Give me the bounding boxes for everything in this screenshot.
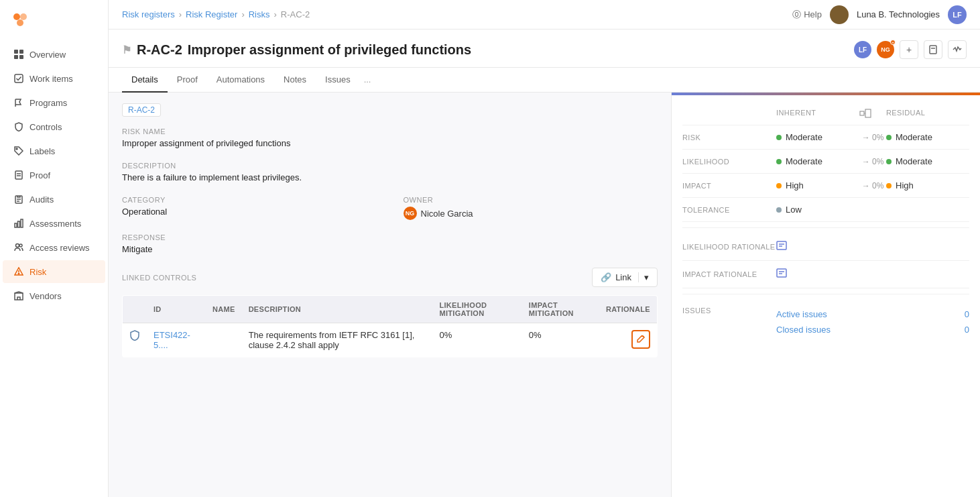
impact-rationale-edit[interactable] <box>776 268 969 281</box>
linked-controls-header: LINKED CONTROLS 🔗 Link ▾ <box>122 268 658 287</box>
active-issues-link[interactable]: Active issues <box>776 309 827 319</box>
svg-rect-23 <box>15 293 23 300</box>
sidebar-item-access-reviews[interactable]: Access reviews <box>3 236 105 259</box>
row-ctrl-icon <box>129 333 140 343</box>
activity-button[interactable] <box>948 40 967 59</box>
sidebar-item-risk[interactable]: Risk <box>3 260 105 283</box>
help-label: Help <box>804 9 822 19</box>
svg-rect-10 <box>15 171 22 179</box>
user-name: Luna B. Technologies <box>857 9 940 19</box>
category-value: Operational <box>122 207 377 217</box>
tab-issues[interactable]: Issues <box>316 68 360 93</box>
sidebar-item-overview[interactable]: Overview <box>3 43 105 66</box>
sidebar-label-audits: Audits <box>29 195 54 205</box>
breadcrumb-risks[interactable]: Risks <box>249 9 270 19</box>
user-name-display: Luna B. Technologies <box>857 9 940 19</box>
svg-rect-32 <box>777 241 786 250</box>
tab-notes[interactable]: Notes <box>274 68 316 93</box>
sidebar-label-assessments: Assessments <box>29 219 81 229</box>
sidebar-item-controls[interactable]: Controls <box>3 115 105 138</box>
sidebar-label-access-reviews: Access reviews <box>29 243 90 253</box>
issues-list: Active issues 0 Closed issues 0 <box>776 307 969 337</box>
svg-rect-30 <box>865 109 871 117</box>
col-description: DESCRIPTION <box>242 296 433 323</box>
risk-label-tolerance: TOLERANCE <box>682 206 776 214</box>
breadcrumb-risk-register[interactable]: Risk Register <box>186 9 237 19</box>
risk-col-blank <box>682 109 776 119</box>
table-row: ETSI422-5.... The requirements from IETF… <box>123 323 658 357</box>
risk-row-tolerance: TOLERANCE Low <box>682 198 969 222</box>
col-icon <box>123 296 147 323</box>
owner-name: Nicole Garcia <box>421 209 473 219</box>
row-likelihood-cell: 0% <box>432 323 522 357</box>
description-field: DESCRIPTION There is a failure to implem… <box>122 162 658 182</box>
link-btn-arrow: ▾ <box>638 272 649 282</box>
risk-inherent-dot-impact <box>776 183 782 188</box>
sidebar-label-vendors: Vendors <box>29 291 62 301</box>
help-button[interactable]: ⓪ Help <box>792 9 822 21</box>
active-issues-count: 0 <box>965 309 969 319</box>
tab-details[interactable]: Details <box>122 68 168 93</box>
svg-rect-3 <box>14 50 18 54</box>
sidebar-item-vendors[interactable]: Vendors <box>3 284 105 307</box>
risk-residual-dot-likelihood <box>886 159 892 164</box>
sidebar-label-labels: Labels <box>29 146 55 156</box>
svg-rect-6 <box>19 55 23 59</box>
bookmark-button[interactable] <box>924 40 942 59</box>
page-title-text: Improper assignment of privileged functi… <box>188 42 471 58</box>
tab-proof[interactable]: Proof <box>168 68 207 93</box>
tab-automations[interactable]: Automations <box>207 68 274 93</box>
owner-value: NG Nicole Garcia <box>404 207 658 220</box>
svg-rect-4 <box>19 50 23 54</box>
sidebar-item-labels[interactable]: Labels <box>3 140 105 162</box>
description-value: There is a failure to implement least pr… <box>122 172 658 182</box>
risk-inherent-dot-risk <box>776 135 782 140</box>
table-header-row: ID NAME DESCRIPTION LIKELIHOOD MITIGATIO… <box>123 296 658 323</box>
tab-more[interactable]: ... <box>360 68 375 93</box>
linked-controls-label: LINKED CONTROLS <box>122 274 196 282</box>
risk-inherent-val-likelihood: Moderate <box>786 156 822 166</box>
grid-icon <box>13 49 24 60</box>
risk-inherent-risk: Moderate <box>776 132 859 142</box>
control-id-link[interactable]: ETSI422-5.... <box>154 330 190 350</box>
sidebar-item-work-items[interactable]: Work items <box>3 67 105 90</box>
row-name-cell <box>206 323 242 357</box>
col-impact: IMPACT MITIGATION <box>522 296 599 323</box>
sidebar-item-proof[interactable]: Proof <box>3 164 105 186</box>
linked-controls-section: LINKED CONTROLS 🔗 Link ▾ ID NAME DESCRIP… <box>122 268 658 357</box>
sidebar-item-assessments[interactable]: Assessments <box>3 212 105 235</box>
topnav-right: ⓪ Help Luna B. Technologies LF <box>792 5 967 24</box>
tag-icon <box>13 146 24 156</box>
body-content: R-AC-2 RISK NAME Improper assignment of … <box>109 93 980 497</box>
svg-point-1 <box>20 13 27 20</box>
app-logo[interactable] <box>0 5 108 42</box>
link-button[interactable]: 🔗 Link ▾ <box>592 268 658 287</box>
controls-table: ID NAME DESCRIPTION LIKELIHOOD MITIGATIO… <box>122 295 658 357</box>
add-avatar-button[interactable]: + <box>900 40 918 59</box>
file-icon <box>13 170 24 180</box>
svg-rect-35 <box>777 269 786 277</box>
risk-tolerance-dot <box>776 207 782 213</box>
page-header: ⚑ R-AC-2 Improper assignment of privileg… <box>109 30 980 68</box>
risk-col-residual: RESIDUAL <box>886 109 969 119</box>
breadcrumb-sep-3: › <box>274 9 277 19</box>
response-value: Mitigate <box>122 244 658 254</box>
breadcrumb-risk-registers[interactable]: Risk registers <box>122 9 175 19</box>
page-title-area: ⚑ R-AC-2 Improper assignment of privileg… <box>122 42 471 66</box>
risk-row-impact: IMPACT High → 0% High <box>682 174 969 198</box>
sidebar-item-audits[interactable]: Audits <box>3 188 105 211</box>
risk-label-risk: RISK <box>682 133 776 142</box>
owner-field: OWNER NG Nicole Garcia <box>404 196 658 220</box>
svg-line-28 <box>642 335 644 337</box>
edit-icon-wrapper <box>606 330 650 349</box>
edit-rationale-button[interactable] <box>631 330 650 349</box>
sidebar-item-programs[interactable]: Programs <box>3 91 105 114</box>
sidebar-label-programs: Programs <box>29 98 67 108</box>
svg-point-22 <box>18 273 19 274</box>
svg-point-9 <box>16 148 17 150</box>
svg-rect-7 <box>15 74 23 82</box>
likelihood-rationale-edit[interactable] <box>776 240 969 254</box>
owner-avatar: NG <box>404 207 417 220</box>
closed-issues-link[interactable]: Closed issues <box>776 325 831 335</box>
risk-residual-dot-risk <box>886 135 892 140</box>
